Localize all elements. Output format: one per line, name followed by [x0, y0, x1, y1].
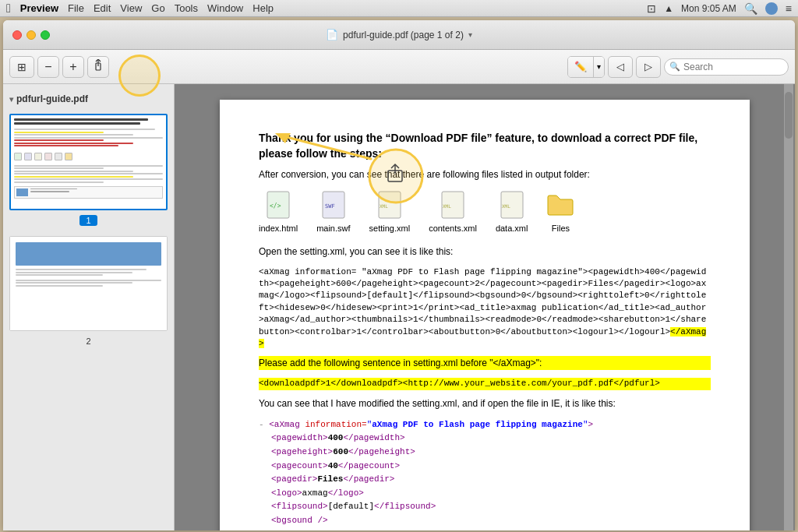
traffic-lights — [12, 30, 50, 40]
data-file-icon: XML — [498, 191, 526, 219]
sidebar-toggle-button[interactable]: ⊞ — [9, 56, 34, 78]
scrollbar-thumb[interactable] — [785, 92, 793, 139]
markup-toolbar: ✏️ ▾ — [567, 56, 605, 78]
zoom-out-button[interactable]: − — [37, 56, 59, 78]
title-dropdown-icon[interactable]: ▾ — [468, 30, 472, 39]
edit-menu[interactable]: Edit — [94, 2, 111, 14]
pdf-para3: You can see that I have modified the set… — [259, 396, 711, 410]
page-2-label-wrapper: 2 — [9, 331, 168, 350]
pdf-highlight2: <downloadpdf>1</downloadpdf><http://www.… — [259, 378, 711, 389]
pen-button[interactable]: ✏️ — [568, 57, 593, 77]
forward-nav-button[interactable]: ▷ — [636, 56, 661, 78]
folder-icon — [546, 191, 574, 219]
pen-icon: ✏️ — [574, 61, 587, 72]
screen-share-icon[interactable]: ⊡ — [647, 2, 656, 15]
xml-righttoleft: <righttoleft>0</righttoleft> — [259, 528, 711, 530]
menubar:  Preview File Edit View Go Tools Window… — [0, 0, 798, 17]
help-menu[interactable]: Help — [252, 2, 274, 14]
sidebar-expand-icon[interactable]: ▾ — [9, 95, 13, 104]
content-area[interactable]: Thank you for using the “Download PDF fi… — [175, 84, 795, 530]
search-wrapper: 🔍 — [664, 58, 789, 76]
xml-flipsound: <flipsound>[default]</flipsound> — [259, 500, 711, 514]
user-icon[interactable] — [765, 2, 778, 15]
svg-text:SWF: SWF — [325, 203, 335, 210]
file-icon-contents: XML contents.xml — [429, 191, 477, 235]
go-menu[interactable]: Go — [151, 2, 164, 14]
main-area: ▾ pdfurl-guide.pdf — [3, 84, 795, 530]
file-icon-folder: Files — [546, 191, 574, 235]
xml-pagedir: <pagedir>Files</pagedir> — [259, 473, 711, 487]
file-icon-setting: XML setting.xml — [369, 191, 411, 235]
pen-dropdown-arrow: ▾ — [597, 62, 601, 71]
svg-text:</>: </> — [270, 203, 281, 210]
page-2-image[interactable] — [9, 236, 168, 331]
share-icon — [93, 59, 104, 74]
xml-pagecount: <pagecount>40</pagecount> — [259, 460, 711, 474]
forward-icon: ▷ — [644, 61, 652, 72]
scrollbar-track[interactable] — [784, 84, 793, 530]
share-button[interactable] — [87, 56, 109, 78]
sidebar-header: ▾ pdfurl-guide.pdf — [3, 90, 174, 107]
time-display: Mon 9:05 AM — [681, 3, 736, 14]
zoom-in-button[interactable]: + — [62, 56, 84, 78]
page-1-label-wrapper: 1 — [9, 210, 168, 230]
svg-text:XML: XML — [380, 203, 388, 209]
app-menu[interactable]: Preview — [20, 2, 58, 14]
swf-file-label: main.swf — [316, 222, 350, 235]
page-1-label: 1 — [79, 215, 97, 226]
page-1-image[interactable] — [9, 114, 168, 210]
search-input[interactable] — [664, 58, 789, 76]
zoom-out-icon: − — [44, 60, 51, 74]
close-button[interactable] — [12, 30, 22, 40]
xml-bgsound: <bgsound /> — [259, 514, 711, 528]
setting-file-icon: XML — [376, 191, 404, 219]
page-thumb-1[interactable]: 1 — [9, 114, 168, 230]
file-icon-html: </> index.html — [259, 191, 298, 235]
svg-text:XML: XML — [502, 203, 510, 209]
file-icon-swf: SWF main.swf — [316, 191, 350, 235]
toolbar: ⊞ − + ✏️ ▾ — [3, 50, 795, 84]
setting-file-label: setting.xml — [369, 222, 411, 235]
sidebar-filename: pdfurl-guide.pdf — [16, 93, 88, 104]
pdf-title: Thank you for using the “Download PDF fi… — [259, 131, 711, 161]
html-file-label: index.html — [259, 222, 298, 235]
page-thumb-2[interactable]: 2 — [9, 236, 168, 350]
file-icon-data: XML data.xml — [496, 191, 528, 235]
window-title-text: pdfurl-guide.pdf (page 1 of 2) — [343, 30, 464, 41]
search-menubar-icon[interactable]: 🔍 — [744, 2, 757, 15]
pdf-para1: After conversion, you can see that there… — [259, 167, 711, 181]
zoom-in-icon: + — [69, 60, 76, 74]
pdf-xml-block: - <aXmag information="aXmag PDF to Flash… — [259, 418, 711, 530]
tools-menu[interactable]: Tools — [175, 2, 198, 14]
xml-line-root: - <aXmag information="aXmag PDF to Flash… — [259, 418, 711, 432]
view-menu[interactable]: View — [120, 2, 142, 14]
preview-window: 📄 pdfurl-guide.pdf (page 1 of 2) ▾ ⊞ − + — [3, 20, 795, 530]
folder-label: Files — [552, 222, 570, 235]
pdf-mono1: <aXmag information= "aXmag PDF to Flash … — [259, 266, 711, 351]
control-center-icon[interactable]: ≡ — [786, 2, 792, 15]
swf-file-icon: SWF — [320, 191, 348, 219]
sidebar-pages: 1 — [3, 107, 174, 356]
contents-file-label: contents.xml — [429, 222, 477, 235]
file-icons-row: </> index.html SWF main.swf — [259, 191, 711, 235]
pdf-para2: Open the setting.xml, you can see it is … — [259, 245, 711, 259]
minimize-button[interactable] — [26, 30, 36, 40]
sidebar-toggle-icon: ⊞ — [17, 61, 26, 73]
wifi-icon: ▲ — [664, 3, 673, 14]
page-2-label: 2 — [86, 335, 90, 347]
apple-menu[interactable]:  — [6, 2, 11, 16]
window-menu[interactable]: Window — [207, 2, 243, 14]
xml-pageheight: <pageheight>600</pageheight> — [259, 446, 711, 460]
pdf-icon: 📄 — [326, 29, 338, 41]
back-nav-button[interactable]: ◁ — [608, 56, 633, 78]
maximize-button[interactable] — [41, 30, 50, 40]
html-file-icon: </> — [264, 191, 292, 219]
file-menu[interactable]: File — [68, 2, 84, 14]
sidebar-panel: ▾ pdfurl-guide.pdf — [3, 84, 175, 530]
svg-text:XML: XML — [443, 203, 451, 209]
pen-dropdown-button[interactable]: ▾ — [593, 57, 604, 77]
window-title: 📄 pdfurl-guide.pdf (page 1 of 2) ▾ — [326, 29, 472, 41]
titlebar: 📄 pdfurl-guide.pdf (page 1 of 2) ▾ — [3, 20, 795, 50]
back-icon: ◁ — [616, 61, 624, 72]
xml-pagewidth: <pagewidth>400</pagewidth> — [259, 432, 711, 446]
